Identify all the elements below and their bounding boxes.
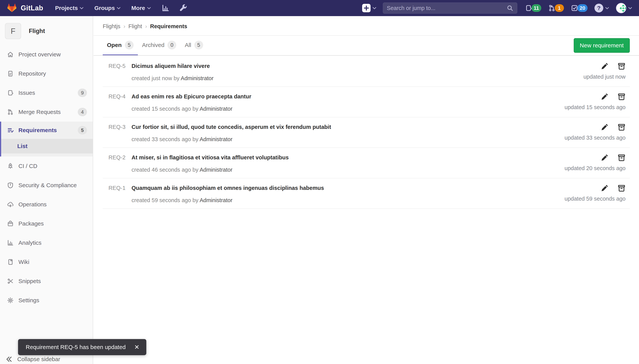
sidebar-item-requirements-list[interactable]: List — [1, 139, 93, 154]
chevron-down-icon — [80, 7, 84, 10]
breadcrumb-separator: › — [123, 23, 125, 30]
archive-box-icon — [617, 184, 625, 192]
sidebar-label: Security & Compliance — [19, 182, 77, 188]
requirement-updated: updated 59 seconds ago — [564, 196, 625, 202]
archive-requirement-button[interactable] — [617, 93, 625, 101]
search-input[interactable] — [387, 5, 507, 11]
sidebar-item-packages[interactable]: Packages — [0, 214, 93, 233]
nav-groups-label: Groups — [94, 5, 115, 11]
requirement-id: REQ-4 — [108, 93, 128, 117]
sidebar-label: Packages — [19, 220, 44, 227]
nav-more-menu[interactable]: More — [131, 5, 151, 11]
sidebar-item-wiki[interactable]: Wiki — [0, 252, 93, 272]
tab-all[interactable]: All 5 — [180, 36, 207, 55]
edit-requirement-button[interactable] — [601, 184, 609, 192]
requirement-title[interactable]: At miser, si in flagitiosa et vitiosa vi… — [131, 154, 564, 161]
nav-projects-menu[interactable]: Projects — [55, 5, 84, 11]
toast-notification: Requirement REQ-5 has been updated ✕ — [18, 339, 146, 355]
sidebar-item-requirements[interactable]: Requirements 5 — [1, 122, 93, 139]
sidebar-item-analytics[interactable]: Analytics — [0, 233, 93, 252]
requirement-title[interactable]: Dicimus aliquem hilare vivere — [131, 62, 583, 70]
requirement-title[interactable]: Quamquam ab iis philosophiam et omnes in… — [131, 184, 564, 192]
nav-groups-menu[interactable]: Groups — [94, 5, 121, 11]
project-avatar: F — [5, 23, 21, 39]
gitlab-home-link[interactable]: GitLab — [7, 3, 43, 13]
sidebar-label: Project overview — [19, 51, 61, 58]
tab-archived[interactable]: Archived 0 — [138, 36, 181, 55]
created-text: created 33 seconds ago by — [131, 136, 198, 142]
sidebar-item-ci-cd[interactable]: CI / CD — [0, 156, 93, 176]
author-link[interactable]: Administrator — [200, 106, 233, 112]
created-text: created 46 seconds ago by — [131, 167, 198, 173]
edit-requirement-button[interactable] — [601, 123, 609, 131]
sidebar-item-merge-requests[interactable]: Merge Requests 4 — [0, 102, 93, 122]
edit-requirement-button[interactable] — [601, 62, 609, 70]
sidebar-item-repository[interactable]: Repository — [0, 64, 93, 83]
requirement-created: created just now by Administrator — [131, 75, 583, 82]
requirement-title[interactable]: Ad eas enim res ab Epicuro praecepta dan… — [131, 93, 564, 100]
new-menu-button[interactable] — [362, 4, 376, 12]
nav-more-label: More — [131, 5, 145, 11]
user-menu[interactable] — [616, 3, 632, 13]
rocket-icon — [7, 163, 14, 169]
requirement-id: REQ-5 — [108, 62, 128, 86]
nav-projects-label: Projects — [55, 5, 78, 11]
merge-requests-counter[interactable]: 1 — [548, 4, 564, 12]
main-content: Flightjs › Flight › Requirements Open 5 … — [94, 0, 639, 209]
breadcrumb-project-link[interactable]: Flight — [128, 23, 142, 30]
cloud-gear-icon — [7, 201, 14, 208]
help-menu[interactable]: ? — [594, 4, 609, 12]
sidebar-item-issues[interactable]: Issues 9 — [0, 83, 93, 102]
archive-requirement-button[interactable] — [617, 184, 625, 192]
sidebar-item-security-compliance[interactable]: Security & Compliance — [0, 176, 93, 195]
tab-open[interactable]: Open 5 — [103, 36, 138, 55]
admin-wrench-icon[interactable] — [179, 4, 187, 12]
issues-counter[interactable]: 11 — [525, 4, 541, 12]
author-link[interactable]: Administrator — [200, 167, 233, 173]
charts-icon[interactable] — [162, 4, 169, 12]
project-header[interactable]: F Flight — [0, 16, 93, 45]
todos-counter[interactable]: 20 — [571, 4, 587, 12]
sidebar-label: CI / CD — [19, 163, 37, 169]
edit-requirement-button[interactable] — [601, 154, 609, 162]
archive-requirement-button[interactable] — [617, 154, 625, 162]
avatar — [616, 3, 626, 13]
sidebar-label: Issues — [19, 90, 35, 96]
requirement-created: created 59 seconds ago by Administrator — [131, 197, 564, 204]
sidebar-item-project-overview[interactable]: Project overview — [0, 45, 93, 64]
issues-badge: 9 — [78, 88, 87, 97]
gitlab-logo-icon — [7, 3, 17, 13]
new-requirement-button[interactable]: New requirement — [574, 38, 630, 53]
toast-close-button[interactable]: ✕ — [134, 344, 139, 351]
breadcrumb-group-link[interactable]: Flightjs — [103, 23, 120, 30]
tab-open-count: 5 — [125, 41, 134, 50]
todo-check-icon — [571, 4, 578, 12]
plus-icon — [362, 4, 371, 12]
requirement-title[interactable]: Cur fortior sit, si illud, quod tute con… — [131, 123, 564, 131]
tab-archived-count: 0 — [167, 41, 176, 50]
sidebar-item-settings[interactable]: Settings — [0, 291, 93, 310]
pencil-icon — [601, 184, 609, 192]
archive-requirement-button[interactable] — [617, 123, 625, 131]
author-link[interactable]: Administrator — [200, 197, 233, 203]
scissors-icon — [7, 278, 14, 284]
book-icon — [7, 259, 14, 265]
author-link[interactable]: Administrator — [200, 136, 233, 142]
requirement-row: REQ-2 At miser, si in flagitiosa et viti… — [103, 148, 630, 178]
chevron-down-icon — [628, 7, 632, 10]
requirements-list-icon — [7, 127, 14, 134]
top-navbar: GitLab Projects Groups More — [0, 0, 639, 16]
sidebar-item-operations[interactable]: Operations — [0, 195, 93, 214]
issues-icon — [7, 90, 14, 96]
author-link[interactable]: Administrator — [181, 75, 214, 81]
tab-open-label: Open — [107, 42, 122, 48]
sidebar-item-snippets[interactable]: Snippets — [0, 272, 93, 291]
global-search[interactable] — [383, 2, 517, 14]
archive-requirement-button[interactable] — [617, 62, 625, 70]
edit-requirement-button[interactable] — [601, 93, 609, 101]
requirements-tabbar: Open 5 Archived 0 All 5 New requirement — [94, 36, 639, 56]
pencil-icon — [601, 93, 609, 101]
archive-box-icon — [617, 62, 625, 70]
brand-name: GitLab — [21, 4, 43, 12]
collapse-sidebar-button[interactable]: Collapse sidebar — [6, 356, 60, 362]
